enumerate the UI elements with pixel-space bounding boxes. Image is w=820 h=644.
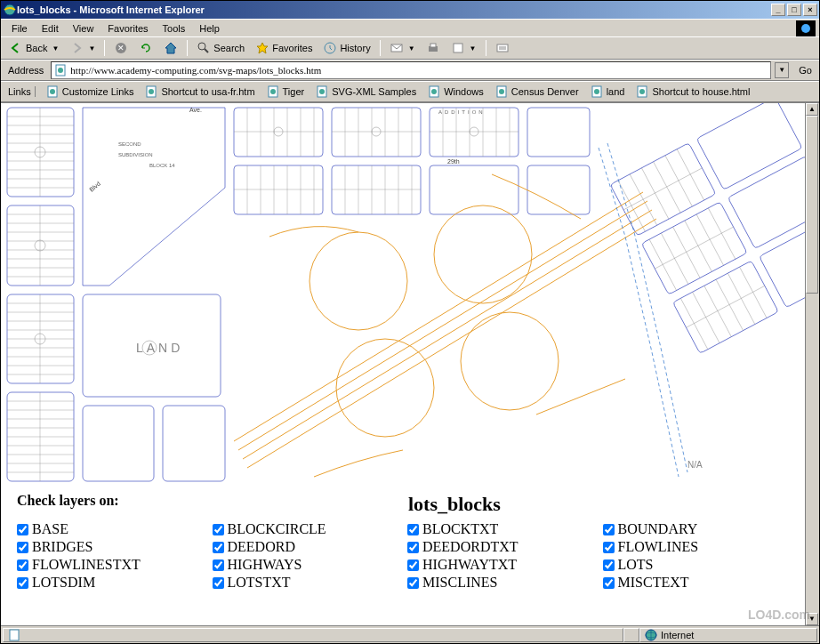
layer-label: FLOWLINES xyxy=(618,539,699,555)
menu-help[interactable]: Help xyxy=(192,21,227,36)
print-button[interactable] xyxy=(422,38,445,58)
svg-rect-82 xyxy=(527,108,590,157)
link-land[interactable]: land xyxy=(587,84,628,100)
go-button[interactable]: Go xyxy=(792,63,816,77)
close-button[interactable]: × xyxy=(803,4,817,16)
svg-text:Ave.: Ave. xyxy=(189,107,202,113)
home-button[interactable] xyxy=(159,38,182,58)
link-windows[interactable]: Windows xyxy=(424,84,486,100)
layer-item: BASE xyxy=(17,521,204,537)
svg-line-149 xyxy=(234,192,643,441)
layer-label: FLOWLINESTXT xyxy=(32,557,141,573)
layer-checkbox-lots[interactable] xyxy=(603,559,615,571)
globe-icon xyxy=(644,628,658,642)
layer-item: HIGHWAYS xyxy=(213,557,399,573)
page-icon xyxy=(7,628,21,642)
vertical-scrollbar[interactable]: ▲ ▼ xyxy=(805,103,819,625)
layer-label: LOTSDIM xyxy=(32,575,95,591)
ie-throbber-icon xyxy=(796,20,816,36)
svg-line-131 xyxy=(654,162,681,213)
stop-icon: ✕ xyxy=(114,41,128,55)
layer-checkbox-blocktxt[interactable] xyxy=(407,524,419,535)
svg-point-153 xyxy=(310,232,407,330)
search-button[interactable]: Search xyxy=(192,38,249,58)
menu-tools[interactable]: Tools xyxy=(156,21,193,36)
mail-button[interactable]: ▼ xyxy=(385,38,420,58)
svg-rect-85 xyxy=(430,165,519,214)
back-button[interactable]: Back ▼ xyxy=(4,38,63,58)
print-icon xyxy=(426,41,440,55)
svg-line-146 xyxy=(728,273,755,324)
layer-checkbox-lotstxt[interactable] xyxy=(213,577,224,589)
svg-point-28 xyxy=(499,89,504,94)
forward-button[interactable]: ▼ xyxy=(65,38,100,58)
favorites-icon xyxy=(255,41,269,55)
status-main xyxy=(3,628,623,642)
discuss-button[interactable] xyxy=(491,38,514,58)
layer-checkbox-flowlinestxt[interactable] xyxy=(17,559,28,571)
layer-checkbox-flowlines[interactable] xyxy=(603,542,615,553)
go-label: Go xyxy=(799,65,812,76)
scroll-thumb[interactable] xyxy=(806,116,818,294)
menu-file[interactable]: File xyxy=(4,21,35,36)
layer-checkbox-highwaytxt[interactable] xyxy=(407,559,419,571)
menu-view[interactable]: View xyxy=(66,21,101,36)
address-dropdown-button[interactable]: ▼ xyxy=(775,62,789,78)
svg-point-2 xyxy=(801,24,810,33)
stop-button[interactable]: ✕ xyxy=(109,38,133,58)
page-icon xyxy=(45,85,60,99)
svg-point-154 xyxy=(434,205,532,303)
ie-icon xyxy=(3,3,17,17)
layer-checkbox-highways[interactable] xyxy=(213,559,224,571)
link-tiger[interactable]: Tiger xyxy=(263,84,308,100)
layer-checkbox-boundary[interactable] xyxy=(603,524,615,535)
layer-checkbox-blockcircle[interactable] xyxy=(213,524,224,535)
svg-rect-125 xyxy=(696,103,802,189)
link-census[interactable]: Census Denver xyxy=(492,84,582,100)
history-button[interactable]: History xyxy=(318,38,374,58)
svg-line-143 xyxy=(693,292,720,342)
layer-checkbox-bridges[interactable] xyxy=(17,542,28,553)
address-field[interactable] xyxy=(51,61,771,79)
svg-text:LAND: LAND xyxy=(136,341,183,355)
svg-point-30 xyxy=(594,89,599,94)
address-input[interactable] xyxy=(70,65,768,76)
link-house[interactable]: Shortcut to house.html xyxy=(632,84,752,100)
svg-rect-124 xyxy=(672,261,778,353)
page-title: lots_blocks xyxy=(408,493,501,516)
svg-text:SECOND: SECOND xyxy=(118,141,141,147)
link-usa-fr[interactable]: Shortcut to usa-fr.htm xyxy=(141,84,257,100)
svg-line-129 xyxy=(630,174,657,225)
layer-label: BLOCKTXT xyxy=(422,521,498,537)
minimize-button[interactable]: _ xyxy=(771,4,785,16)
back-label: Back xyxy=(26,43,47,53)
layer-checkbox-lotsdim[interactable] xyxy=(17,577,28,589)
svg-rect-173 xyxy=(10,630,19,640)
page-icon xyxy=(266,85,280,99)
menu-edit[interactable]: Edit xyxy=(35,21,66,36)
layer-checkbox-deedord[interactable] xyxy=(213,542,224,553)
scroll-up-button[interactable]: ▲ xyxy=(806,103,818,116)
svg-rect-126 xyxy=(728,156,805,248)
edit-button[interactable]: ▼ xyxy=(446,38,481,58)
layer-checkbox-misctext[interactable] xyxy=(603,577,615,589)
link-svg-xml[interactable]: SVG-XML Samples xyxy=(312,84,419,100)
layer-item: FLOWLINES xyxy=(603,539,790,555)
layer-item: BRIDGES xyxy=(17,539,204,555)
window-titlebar: lots_blocks - Microsoft Internet Explore… xyxy=(1,1,819,19)
menu-favorites[interactable]: Favorites xyxy=(100,21,155,36)
layer-checkbox-deedordtxt[interactable] xyxy=(407,542,419,553)
layer-checkbox-base[interactable] xyxy=(17,524,28,535)
svg-point-22 xyxy=(270,89,276,94)
svg-line-135 xyxy=(649,239,677,290)
layer-checkbox-misclines[interactable] xyxy=(407,577,419,589)
favorites-button[interactable]: Favorites xyxy=(251,38,317,58)
svg-rect-11 xyxy=(454,44,462,52)
layer-item: HIGHWAYTXT xyxy=(407,557,594,573)
page-icon xyxy=(315,85,329,99)
forward-arrow-icon xyxy=(69,41,84,55)
refresh-button[interactable] xyxy=(134,38,157,58)
maximize-button[interactable]: □ xyxy=(787,4,801,16)
link-customize[interactable]: Customize Links xyxy=(43,84,137,100)
svg-map[interactable]: LAND N/A Ave. 29th Blvd SECOND SUBDIVISI… xyxy=(1,103,805,486)
